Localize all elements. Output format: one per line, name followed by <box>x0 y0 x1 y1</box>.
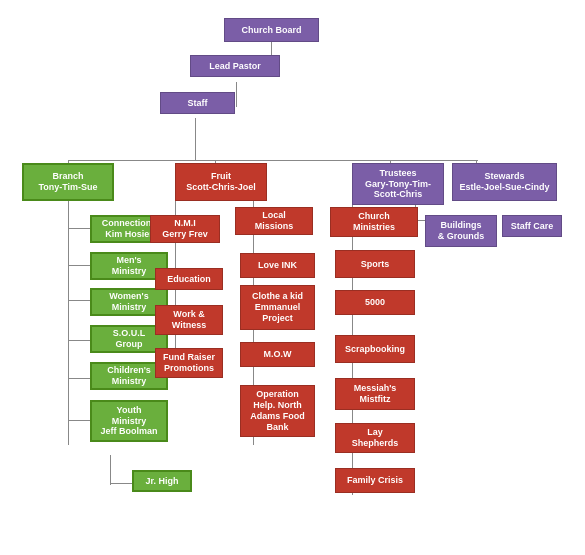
staff-node: Staff <box>160 92 235 114</box>
church-board-label: Church Board <box>241 25 301 36</box>
education-label: Education <box>167 274 211 285</box>
trustees-label: Trustees Gary-Tony-Tim- Scott-Chris <box>365 168 431 200</box>
line-jrhigh-h <box>110 483 132 484</box>
mow-node: M.O.W <box>240 342 315 367</box>
clothe-emmanuel-node: Clothe a kid Emmanuel Project <box>240 285 315 330</box>
work-witness-node: Work & Witness <box>155 305 223 335</box>
trustees-node: Trustees Gary-Tony-Tim- Scott-Chris <box>352 163 444 205</box>
sports-label: Sports <box>361 259 390 270</box>
childrens-ministry-label: Children's Ministry <box>107 365 151 387</box>
branch-node: Branch Tony-Tim-Sue <box>22 163 114 201</box>
line-lp-staff <box>236 82 237 107</box>
scrapbooking-label: Scrapbooking <box>345 344 405 355</box>
youth-ministry-label: Youth Ministry Jeff Boolman <box>100 405 157 437</box>
lead-pastor-node: Lead Pastor <box>190 55 280 77</box>
work-witness-label: Work & Witness <box>172 309 206 331</box>
line-branch-h <box>68 160 478 161</box>
sports-node: Sports <box>335 250 415 278</box>
5000-label: 5000 <box>365 297 385 308</box>
lay-shepherds-node: Lay Shepherds <box>335 423 415 453</box>
staff-label: Staff <box>188 98 208 109</box>
stewards-label: Stewards Estle-Joel-Sue-Cindy <box>459 171 549 193</box>
education-node: Education <box>155 268 223 290</box>
fruit-node: Fruit Scott-Chris-Joel <box>175 163 267 201</box>
stewards-node: Stewards Estle-Joel-Sue-Cindy <box>452 163 557 201</box>
nmi-node: N.M.I Gerry Frev <box>150 215 220 243</box>
jr-high-node: Jr. High <box>132 470 192 492</box>
local-missions-label: Local Missions <box>255 210 294 232</box>
jr-high-label: Jr. High <box>145 476 178 487</box>
messiahs-label: Messiah's Mistfitz <box>354 383 397 405</box>
scrapbooking-node: Scrapbooking <box>335 335 415 363</box>
org-chart: Church Board Lead Pastor Staff Branch To… <box>0 0 585 555</box>
local-missions-node: Local Missions <box>235 207 313 235</box>
line-mens <box>68 265 90 266</box>
church-ministries-label: Church Ministries <box>353 211 395 233</box>
lay-shepherds-label: Lay Shepherds <box>352 427 399 449</box>
mens-ministry-label: Men's Ministry <box>112 255 147 277</box>
operation-help-label: Operation Help. North Adams Food Bank <box>250 389 305 432</box>
line-womens <box>68 300 90 301</box>
operation-help-node: Operation Help. North Adams Food Bank <box>240 385 315 437</box>
family-crisis-node: Family Crisis <box>335 468 415 493</box>
fund-raiser-label: Fund Raiser Promotions <box>163 352 215 374</box>
line-youth <box>68 420 90 421</box>
soul-group-label: S.O.U.L Group <box>113 328 146 350</box>
lead-pastor-label: Lead Pastor <box>209 61 261 72</box>
fund-raiser-node: Fund Raiser Promotions <box>155 348 223 378</box>
youth-ministry-node: Youth Ministry Jeff Boolman <box>90 400 168 442</box>
church-board-node: Church Board <box>224 18 319 42</box>
line-childrens <box>68 378 90 379</box>
buildings-label: Buildings & Grounds <box>438 220 485 242</box>
fruit-label: Fruit Scott-Chris-Joel <box>186 171 256 193</box>
messiahs-node: Messiah's Mistfitz <box>335 378 415 410</box>
branch-label: Branch Tony-Tim-Sue <box>38 171 97 193</box>
staff-care-node: Staff Care <box>502 215 562 237</box>
5000-node: 5000 <box>335 290 415 315</box>
line-branch-children-v <box>68 200 69 445</box>
mow-label: M.O.W <box>264 349 292 360</box>
womens-ministry-label: Women's Ministry <box>109 291 148 313</box>
buildings-node: Buildings & Grounds <box>425 215 497 247</box>
clothe-emmanuel-label: Clothe a kid Emmanuel Project <box>252 291 303 323</box>
line-conn <box>68 228 90 229</box>
love-ink-label: Love INK <box>258 260 297 271</box>
line-jrhigh-v <box>110 455 111 485</box>
love-ink-node: Love INK <box>240 253 315 278</box>
staff-care-label: Staff Care <box>511 221 554 232</box>
line-soul <box>68 340 90 341</box>
church-ministries-node: Church Ministries <box>330 207 418 237</box>
family-crisis-label: Family Crisis <box>347 475 403 486</box>
connections-label: Connections Kim Hosier <box>102 218 157 240</box>
line-staff-down <box>195 118 196 160</box>
nmi-label: N.M.I Gerry Frev <box>162 218 208 240</box>
